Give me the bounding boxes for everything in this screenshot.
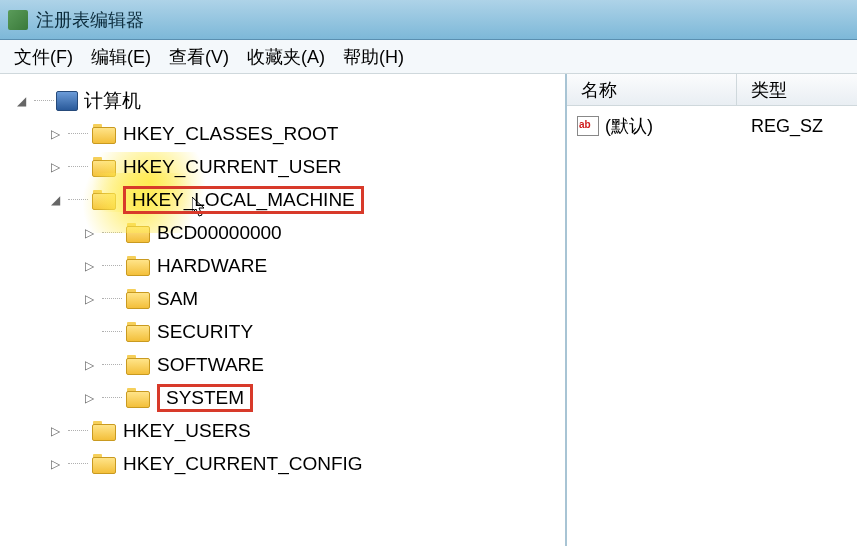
- folder-icon: [92, 421, 116, 441]
- expand-icon[interactable]: ▷: [48, 424, 62, 438]
- value-name: (默认): [605, 114, 653, 138]
- expand-icon[interactable]: ▷: [82, 292, 96, 306]
- menu-view[interactable]: 查看(V): [169, 45, 229, 69]
- folder-icon: [126, 223, 150, 243]
- tree-root-computer[interactable]: ◢ 计算机: [4, 84, 561, 117]
- tree-item-label: HKEY_USERS: [123, 420, 251, 442]
- menu-help[interactable]: 帮助(H): [343, 45, 404, 69]
- tree-item-label: HKEY_CURRENT_CONFIG: [123, 453, 363, 475]
- value-type: REG_SZ: [737, 116, 857, 137]
- list-row[interactable]: ab (默认) REG_SZ: [567, 106, 857, 146]
- tree-hkey-users[interactable]: ▷ HKEY_USERS: [4, 414, 561, 447]
- tree-item-label: HARDWARE: [157, 255, 267, 277]
- tree-item-label: SAM: [157, 288, 198, 310]
- tree-bcd[interactable]: ▷ BCD00000000: [4, 216, 561, 249]
- tree-item-label: SYSTEM: [157, 384, 253, 412]
- tree-hardware[interactable]: ▷ HARDWARE: [4, 249, 561, 282]
- tree-item-label: SOFTWARE: [157, 354, 264, 376]
- folder-icon: [126, 355, 150, 375]
- tree-item-label: SECURITY: [157, 321, 253, 343]
- collapse-icon[interactable]: ◢: [48, 193, 62, 207]
- list-pane[interactable]: 名称 类型 ab (默认) REG_SZ: [567, 74, 857, 546]
- folder-icon: [126, 256, 150, 276]
- collapse-icon[interactable]: ◢: [14, 94, 28, 108]
- menubar: 文件(F) 编辑(E) 查看(V) 收藏夹(A) 帮助(H): [0, 40, 857, 74]
- tree-root-label: 计算机: [84, 88, 141, 114]
- titlebar: 注册表编辑器: [0, 0, 857, 40]
- tree-item-label: BCD00000000: [157, 222, 282, 244]
- expand-icon[interactable]: ▷: [82, 358, 96, 372]
- content-area: ◢ 计算机 ▷ HKEY_CLASSES_ROOT ▷ HK: [0, 74, 857, 546]
- menu-edit[interactable]: 编辑(E): [91, 45, 151, 69]
- expand-icon[interactable]: ▷: [48, 160, 62, 174]
- menu-file[interactable]: 文件(F): [14, 45, 73, 69]
- tree-item-label: HKEY_CLASSES_ROOT: [123, 123, 338, 145]
- app-icon: [8, 10, 28, 30]
- folder-icon: [126, 322, 150, 342]
- tree-security[interactable]: ▷ SECURITY: [4, 315, 561, 348]
- folder-icon: [126, 289, 150, 309]
- column-header-name[interactable]: 名称: [567, 74, 737, 105]
- computer-icon: [56, 91, 78, 111]
- expand-icon[interactable]: ▷: [82, 391, 96, 405]
- folder-icon: [92, 190, 116, 210]
- expand-icon[interactable]: ▷: [48, 457, 62, 471]
- tree-hkey-classes-root[interactable]: ▷ HKEY_CLASSES_ROOT: [4, 117, 561, 150]
- folder-icon: [92, 157, 116, 177]
- tree-pane[interactable]: ◢ 计算机 ▷ HKEY_CLASSES_ROOT ▷ HK: [0, 74, 567, 546]
- menu-favorites[interactable]: 收藏夹(A): [247, 45, 325, 69]
- tree-hkey-current-config[interactable]: ▷ HKEY_CURRENT_CONFIG: [4, 447, 561, 480]
- expand-icon[interactable]: ▷: [82, 226, 96, 240]
- tree-system[interactable]: ▷ SYSTEM: [4, 381, 561, 414]
- folder-icon: [92, 124, 116, 144]
- tree-item-label: HKEY_LOCAL_MACHINE: [123, 186, 364, 214]
- tree-software[interactable]: ▷ SOFTWARE: [4, 348, 561, 381]
- tree-item-label: HKEY_CURRENT_USER: [123, 156, 342, 178]
- column-header-type[interactable]: 类型: [737, 78, 857, 102]
- list-header: 名称 类型: [567, 74, 857, 106]
- tree-sam[interactable]: ▷ SAM: [4, 282, 561, 315]
- folder-icon: [92, 454, 116, 474]
- tree-hkey-local-machine[interactable]: ◢ HKEY_LOCAL_MACHINE: [4, 183, 561, 216]
- tree-hkey-current-user[interactable]: ▷ HKEY_CURRENT_USER: [4, 150, 561, 183]
- string-value-icon: ab: [577, 116, 599, 136]
- window-title: 注册表编辑器: [36, 8, 144, 32]
- expand-icon[interactable]: ▷: [82, 259, 96, 273]
- folder-icon: [126, 388, 150, 408]
- expand-icon[interactable]: ▷: [48, 127, 62, 141]
